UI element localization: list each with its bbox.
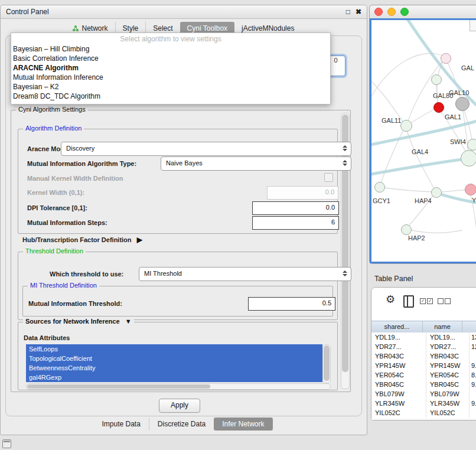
table-row[interactable]: YBR043CYBR043C [371,351,476,361]
combo-arrows-icon [343,270,348,276]
sources-toggle[interactable]: Sources for Network Inference ▼ [23,318,134,325]
algorithm-list: Bayesian – Hill ClimbingBasic Correlatio… [11,44,330,101]
window-title: Control Panel [6,8,49,16]
attribute-item[interactable]: TopologicalCoefficient [26,354,322,363]
node-label: GAL1 [445,113,461,120]
network-view-frame: GALGAL80GAL10GAL11GAL1SWI4GAL4GCY1HAP4YH… [370,18,476,263]
network-node[interactable] [401,224,412,235]
table-cell: YDR27... [371,342,426,351]
table-row[interactable]: YER054CYER054C8. [371,370,476,380]
attribute-item[interactable]: gal4RGexp [26,373,322,382]
table-cell: 8. [470,370,476,380]
float-window-icon[interactable]: □ [346,8,350,15]
tab-impute-data[interactable]: Impute Data [93,418,148,431]
hub-section-toggle[interactable]: Hub/Transcription Factor Definition ▶ [22,236,142,244]
column-header-cut[interactable] [462,321,476,332]
which-threshold-value: MI Threshold [144,270,182,277]
gear-icon[interactable]: ⚙ [386,294,395,305]
algorithm-option[interactable]: Mutual Information Inference [11,73,330,82]
network-node[interactable] [465,184,476,195]
tab-discretize-data-label: Discretize Data [158,420,206,428]
data-attributes-label: Data Attributes [24,334,70,341]
combo-arrows-icon [343,145,348,151]
zoom-traffic-light[interactable] [400,8,409,16]
column-header-shared-name[interactable]: shared... [371,321,423,332]
attribute-list-hscrollbar[interactable] [26,383,331,390]
network-scrollbar-fragment[interactable] [470,20,476,31]
table-cell: YDR27... [426,342,470,351]
algorithm-option[interactable]: Basic Correlation Inference [11,54,330,63]
node-label: SWI4 [450,138,466,145]
algorithm-option[interactable]: Dream8 DC_TDC Algorithm [11,92,330,101]
table-cell: 12 [470,342,476,351]
tab-jactivemnodules-label: jActiveMNodules [242,24,294,32]
table-row[interactable]: YBR045CYBR045C9. [371,380,476,389]
network-node[interactable] [431,187,442,198]
table-cell: YBR043C [371,351,426,361]
table-cell: YDL19... [426,332,470,342]
mi-steps-field[interactable]: 6 [252,216,339,230]
attribute-item[interactable]: SelfLoops [26,344,322,354]
columns-icon[interactable] [403,295,414,308]
table-cell: YER054C [426,370,470,380]
which-threshold-label: Which threshold to use: [50,270,123,278]
table-row[interactable]: YBL079WYBL079W [371,389,476,399]
aracne-mode-select[interactable]: Discovery [61,142,351,156]
select-all-checks-icon[interactable]: ✓✓ [420,298,433,304]
attribute-list-vscrollbar[interactable] [322,344,331,383]
manual-kernel-checkbox [324,173,333,182]
table-cell: YBL079W [371,389,426,399]
table-panel-title: Table Panel [374,275,413,283]
column-header-name[interactable]: name [423,321,462,332]
close-window-icon[interactable]: ✖ [356,8,361,15]
dpi-tolerance-label: DPI Tolerance [0,1]: [27,204,87,211]
which-threshold-select[interactable]: MI Threshold [139,267,351,281]
mi-type-select[interactable]: Naive Bayes [161,156,351,171]
tab-cyni-toolbox-label: Cyni Toolbox [187,24,227,32]
table-cell: YDL19... [371,332,426,342]
dpi-tolerance-field[interactable]: 0.0 [252,201,339,215]
deselect-all-checks-icon[interactable] [438,298,451,304]
table-cell: YIL052C [426,408,470,418]
close-traffic-light[interactable] [374,8,383,16]
sources-title-label: Sources for Network Inference [25,318,120,325]
table-cell [470,408,476,418]
kernel-width-field: 0.0 [267,186,338,200]
dock-panel-icon[interactable] [2,439,11,448]
network-node[interactable] [461,150,476,167]
table-cell: YBR045C [371,380,426,389]
table-row[interactable]: YPR145WYPR145W9. [371,361,476,370]
table-cell: 9. [470,399,476,408]
network-node[interactable] [400,120,412,132]
kernel-width-label: Kernel Width (0,1): [27,189,84,196]
network-window-titlebar [370,5,476,19]
tab-infer-network[interactable]: Infer Network [214,418,272,431]
network-node[interactable] [441,53,451,64]
attribute-item[interactable]: BetweennessCentrality [26,363,322,373]
attribute-list[interactable]: SelfLoopsTopologicalCoefficientBetweenne… [26,344,322,382]
tab-style-label: Style [123,24,139,32]
algorithm-dropdown-popup: Select algorithm to view settings Bayesi… [11,32,331,105]
table-cell [470,389,476,399]
table-row[interactable]: YIL052CYIL052C [371,408,476,418]
minimize-traffic-light[interactable] [387,8,396,16]
mi-threshold-field[interactable]: 0.5 [248,297,335,311]
algorithm-option[interactable]: ARACNE Algorithm [11,63,330,73]
table-cell: YBL079W [426,389,470,399]
table-row[interactable]: YDL19...YDL19...13 [371,332,476,342]
network-node[interactable] [431,74,442,85]
node-label: Y [472,197,476,204]
table-row[interactable]: YDR27...YDR27...12 [371,342,476,351]
network-node[interactable] [433,102,444,113]
network-canvas[interactable]: GALGAL80GAL10GAL11GAL1SWI4GAL4GCY1HAP4YH… [371,20,476,262]
network-node[interactable] [455,97,470,111]
node-label: GAL4 [412,148,428,155]
table-row[interactable]: YLR345WYLR345W9. [371,399,476,408]
algorithm-option[interactable]: Bayesian – Hill Climbing [11,44,330,54]
apply-button[interactable]: Apply [159,399,200,413]
algorithm-option[interactable]: Bayesian – K2 [11,82,330,92]
network-node[interactable] [467,139,476,151]
network-node[interactable] [374,182,385,193]
tab-discretize-data[interactable]: Discretize Data [149,418,214,431]
table-cell: YIL052C [371,408,426,418]
